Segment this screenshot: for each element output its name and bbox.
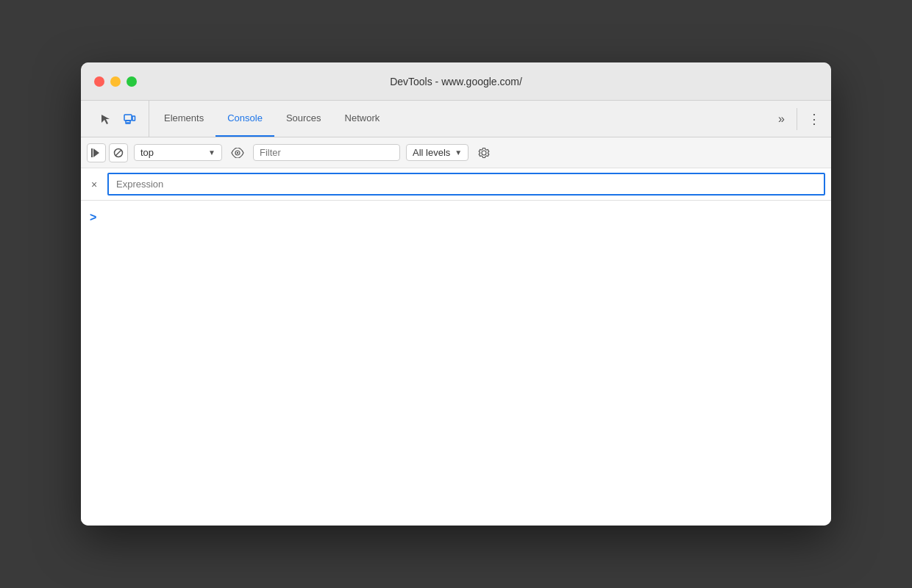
- svg-point-9: [237, 151, 238, 153]
- expression-row: ×: [81, 168, 831, 201]
- tab-network[interactable]: Network: [333, 101, 392, 137]
- tabs-bar: Elements Console Sources Network » ⋮: [81, 101, 831, 137]
- title-bar: DevTools - www.google.com/: [81, 62, 831, 101]
- device-icon[interactable]: [119, 109, 140, 129]
- settings-button[interactable]: [474, 143, 494, 162]
- svg-rect-3: [132, 116, 135, 121]
- tabs-left-icons: [87, 101, 149, 137]
- console-prompt-row: >: [90, 207, 822, 229]
- window-title: DevTools - www.google.com/: [390, 76, 522, 87]
- inspect-icon[interactable]: [96, 109, 116, 129]
- kebab-menu-button[interactable]: ⋮: [803, 108, 825, 130]
- watch-button[interactable]: [228, 143, 247, 162]
- filter-input-wrapper: [253, 144, 400, 161]
- close-expression-button[interactable]: ×: [87, 179, 101, 190]
- tabs-right: » ⋮: [766, 101, 831, 137]
- console-output[interactable]: >: [81, 201, 831, 526]
- maximize-button[interactable]: [127, 76, 137, 87]
- svg-line-7: [115, 150, 121, 156]
- close-button[interactable]: [94, 76, 104, 87]
- svg-rect-0: [124, 115, 132, 121]
- prompt-arrow: >: [90, 211, 96, 224]
- console-toolbar: top ▼ All levels ▼: [81, 137, 831, 168]
- levels-dropdown-arrow: ▼: [455, 148, 462, 157]
- svg-marker-4: [93, 148, 99, 157]
- levels-selector[interactable]: All levels ▼: [406, 144, 469, 161]
- context-dropdown-arrow: ▼: [208, 148, 215, 157]
- tab-sources[interactable]: Sources: [274, 101, 333, 137]
- clear-log-button[interactable]: [109, 143, 128, 162]
- levels-value: All levels: [413, 147, 450, 158]
- execute-button[interactable]: [87, 143, 106, 162]
- expression-input[interactable]: [107, 173, 825, 196]
- devtools-window: DevTools - www.google.com/ Ele: [81, 62, 831, 526]
- tabs-divider: [797, 108, 797, 130]
- context-value: top: [140, 147, 202, 158]
- window-controls: [94, 76, 137, 87]
- tab-console[interactable]: Console: [215, 101, 274, 137]
- tab-elements[interactable]: Elements: [152, 101, 215, 137]
- context-selector[interactable]: top ▼: [134, 144, 222, 161]
- filter-input[interactable]: [260, 147, 393, 158]
- minimize-button[interactable]: [110, 76, 121, 87]
- more-tabs-button[interactable]: »: [772, 110, 791, 129]
